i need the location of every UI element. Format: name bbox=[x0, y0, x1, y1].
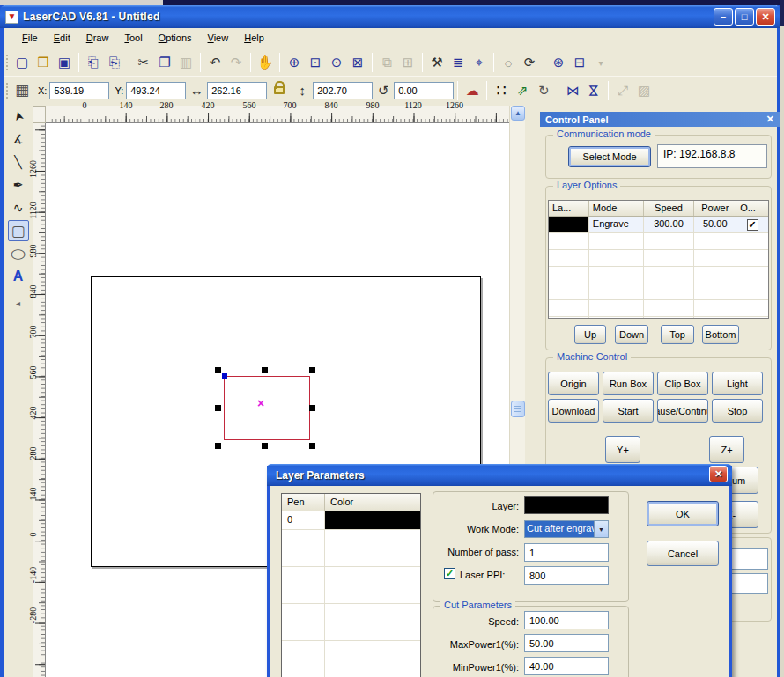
pen-color-swatch[interactable] bbox=[325, 511, 420, 529]
cancel-button[interactable]: Cancel bbox=[647, 541, 719, 566]
weld-icon[interactable]: ☁ bbox=[462, 80, 483, 101]
undo-icon[interactable]: ↶ bbox=[204, 52, 226, 73]
selection-handle[interactable] bbox=[215, 443, 221, 449]
speed-input[interactable] bbox=[524, 611, 609, 629]
layer-mode[interactable]: Engrave bbox=[589, 217, 644, 232]
ok-button[interactable]: OK bbox=[647, 501, 719, 526]
col-mode[interactable]: Mode bbox=[589, 201, 644, 216]
open-file-icon[interactable]: ❒ bbox=[33, 52, 54, 73]
minpower-input[interactable] bbox=[524, 657, 609, 675]
selection-handle[interactable] bbox=[262, 443, 268, 449]
x-input[interactable] bbox=[49, 82, 109, 99]
tool-hammer-icon[interactable]: ⚒ bbox=[426, 52, 447, 73]
pen-number[interactable]: 0 bbox=[282, 511, 325, 529]
toolbar-grip[interactable] bbox=[6, 55, 9, 70]
selected-rectangle[interactable] bbox=[224, 376, 310, 440]
simulate-monitor-icon[interactable]: ⊟ bbox=[569, 52, 590, 73]
layer-top-button[interactable]: Top bbox=[661, 325, 694, 344]
export-icon[interactable]: ⎘ bbox=[104, 52, 125, 73]
selection-handle[interactable] bbox=[309, 443, 315, 449]
pen-table[interactable]: Pen Color 0 bbox=[281, 493, 421, 677]
select-mode-button[interactable]: Select Mode bbox=[568, 146, 651, 167]
layer-color-preview[interactable] bbox=[524, 496, 609, 514]
lock-ratio-icon[interactable] bbox=[274, 86, 285, 94]
col-output[interactable]: O... bbox=[736, 201, 768, 216]
scroll-up-icon[interactable]: ▲ bbox=[511, 106, 525, 121]
dialog-close-icon[interactable]: ✕ bbox=[709, 466, 728, 482]
download-button[interactable]: Download bbox=[548, 399, 599, 423]
col-pen[interactable]: Pen bbox=[282, 494, 325, 511]
ellipse-tool-icon[interactable]: ◯ bbox=[6, 245, 29, 261]
laser-ppi-input[interactable] bbox=[524, 566, 609, 585]
layer-up-button[interactable]: Up bbox=[574, 325, 606, 344]
menu-view[interactable]: View bbox=[200, 30, 237, 46]
width-input[interactable] bbox=[207, 82, 267, 99]
layer-table[interactable]: La... Mode Speed Power O... Engrave 300.… bbox=[548, 200, 769, 319]
pen-tool-icon[interactable]: ✒ bbox=[8, 174, 29, 195]
layer-bottom-button[interactable]: Bottom bbox=[702, 325, 739, 344]
layer-power[interactable]: 50.00 bbox=[694, 217, 736, 232]
light-button[interactable]: Light bbox=[712, 372, 763, 395]
control-panel-close-icon[interactable]: ✕ bbox=[766, 114, 774, 125]
clip-box-button[interactable]: Clip Box bbox=[657, 372, 708, 395]
wheel-icon[interactable]: ⊛ bbox=[548, 52, 569, 73]
start-node-marker[interactable] bbox=[222, 373, 227, 379]
menu-edit[interactable]: Edit bbox=[46, 30, 78, 46]
copy-icon[interactable]: ❐ bbox=[154, 52, 175, 73]
rotate-circle-icon[interactable]: ⟳ bbox=[519, 52, 540, 73]
line-tool-icon[interactable]: ╲ bbox=[8, 151, 29, 173]
toolbar-grip2[interactable] bbox=[6, 83, 9, 99]
pen-row[interactable]: 0 bbox=[282, 511, 420, 530]
title-bar[interactable]: ▼ LaserCAD V6.81 - Untitled – □ ✕ bbox=[0, 5, 780, 28]
chevron-down-icon[interactable]: ▼ bbox=[594, 521, 608, 537]
start-button[interactable]: Start bbox=[603, 399, 654, 423]
text-tool-icon[interactable]: A bbox=[8, 266, 29, 287]
col-speed[interactable]: Speed bbox=[644, 201, 695, 216]
cut-icon[interactable]: ✂ bbox=[133, 52, 154, 73]
zoom-objects-icon[interactable]: ⊙ bbox=[326, 52, 347, 73]
menu-options[interactable]: Options bbox=[151, 30, 200, 46]
select-tool-icon[interactable]: ➤ bbox=[5, 103, 31, 129]
selection-handle[interactable] bbox=[309, 405, 315, 411]
layer-color-swatch[interactable] bbox=[549, 217, 589, 232]
selection-handle[interactable] bbox=[262, 367, 268, 373]
node-edit-tool-icon[interactable]: ∡ bbox=[8, 129, 29, 150]
mirror-horizontal-icon[interactable]: ⋈ bbox=[562, 80, 583, 101]
layer-down-button[interactable]: Down bbox=[615, 325, 648, 344]
anchor-grid-icon[interactable]: ▦ bbox=[11, 80, 33, 101]
zoom-page-icon[interactable]: ⊠ bbox=[347, 52, 368, 73]
close-button[interactable]: ✕ bbox=[756, 8, 775, 26]
stop-button[interactable]: Stop bbox=[712, 399, 763, 423]
pause-continue-button[interactable]: Pause/Continue bbox=[657, 399, 708, 423]
scroll-thumb[interactable] bbox=[511, 401, 525, 417]
maxpower-input[interactable] bbox=[524, 634, 609, 652]
maximize-button[interactable]: □ bbox=[735, 8, 754, 26]
number-of-pass-input[interactable] bbox=[524, 543, 609, 562]
menu-tool[interactable]: Tool bbox=[116, 30, 150, 46]
layer-list-icon[interactable]: ≣ bbox=[447, 52, 469, 73]
node-circle-icon[interactable]: ◌ bbox=[498, 52, 519, 73]
pan-hand-icon[interactable]: ✋ bbox=[255, 52, 276, 73]
menu-file[interactable]: File bbox=[14, 30, 46, 46]
save-file-icon[interactable]: ▣ bbox=[54, 52, 75, 73]
rectangle-tool-icon[interactable]: ▢ bbox=[8, 220, 29, 241]
layer-speed[interactable]: 300.00 bbox=[644, 217, 695, 232]
mirror-vertical-icon[interactable]: ⋈ bbox=[583, 80, 604, 101]
layer-row[interactable]: Engrave 300.00 50.00 bbox=[549, 217, 768, 233]
bezier-tool-icon[interactable]: ∿ bbox=[8, 197, 29, 218]
selection-handle[interactable] bbox=[309, 367, 315, 373]
import-icon[interactable]: ⎗ bbox=[83, 52, 104, 73]
group-icon[interactable]: ∷ bbox=[491, 80, 512, 101]
hand-rotate-icon[interactable]: ↻ bbox=[533, 80, 554, 101]
origin-button[interactable]: Origin bbox=[548, 372, 599, 395]
col-layer[interactable]: La... bbox=[549, 201, 589, 216]
dialog-title-bar[interactable]: Layer Parameters ✕ bbox=[267, 464, 732, 486]
y-input[interactable] bbox=[126, 82, 186, 99]
ungroup-icon[interactable]: ⇗ bbox=[512, 80, 533, 101]
palette-more-icon[interactable]: ◂ bbox=[8, 292, 29, 313]
selection-handle[interactable] bbox=[215, 405, 221, 411]
laser-ppi-checkbox[interactable] bbox=[444, 568, 455, 579]
col-power[interactable]: Power bbox=[694, 201, 736, 216]
selection-handle[interactable] bbox=[215, 367, 221, 373]
zoom-box-icon[interactable]: ⊡ bbox=[305, 52, 326, 73]
